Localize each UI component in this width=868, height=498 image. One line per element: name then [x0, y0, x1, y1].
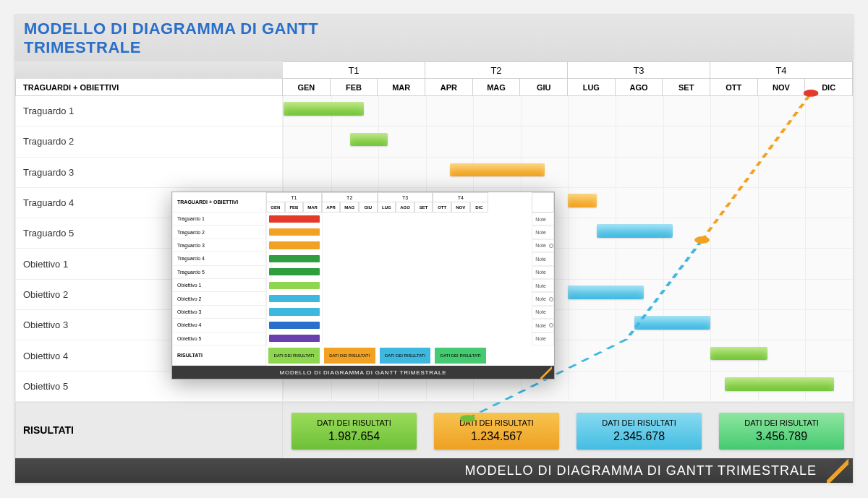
preview-bar	[269, 255, 320, 262]
month-header: GIU	[520, 79, 568, 96]
preview-month-header: MAG	[340, 202, 359, 212]
gantt-bar[interactable]	[284, 102, 364, 116]
month-header: APR	[425, 79, 473, 96]
footer-text: MODELLO DI DIAGRAMMA DI GANTT TRIMESTRAL…	[465, 463, 817, 478]
gantt-template-panel: MODELLO DI DIAGRAMMA DI GANTT TRIMESTRAL…	[14, 14, 854, 484]
result-box[interactable]: DATI DEI RISULTATI3.456.789	[719, 413, 844, 450]
preview-month-header: DIC	[470, 202, 489, 212]
month-header: MAR	[378, 79, 425, 96]
preview-month-header: APR	[322, 202, 341, 212]
gantt-bar[interactable]	[634, 316, 710, 330]
month-header: OTT	[710, 79, 758, 96]
month-header: SET	[663, 79, 710, 96]
gantt-bar[interactable]	[725, 377, 834, 391]
preview-note-cell: Note	[532, 252, 554, 265]
month-header: FEB	[331, 79, 378, 96]
preview-results-label: RISULTATI	[172, 345, 266, 366]
preview-row-label: Obiettivo 5	[172, 332, 266, 345]
preview-row-label: Obiettivo 3	[172, 306, 266, 319]
preview-note-cell: Note	[532, 266, 554, 279]
preview-month-header: LUG	[378, 202, 396, 212]
gantt-bar[interactable]	[597, 224, 673, 238]
gantt-bar[interactable]	[450, 163, 545, 177]
result-box[interactable]: DATI DEI RISULTATI2.345.678	[576, 413, 702, 450]
result-box[interactable]: DATI DEI RISULTATI1.987.654	[292, 413, 417, 450]
quarter-header: T1	[283, 61, 425, 79]
month-header: AGO	[616, 79, 663, 96]
preview-month-header: GIU	[359, 202, 378, 212]
preview-row-label: Traguardo 4	[172, 252, 266, 265]
title-line-2: TRIMESTRALE	[24, 38, 141, 56]
preview-bar	[269, 335, 320, 342]
preview-bar	[269, 322, 320, 329]
month-header: MAG	[473, 79, 521, 96]
preview-inset-panel: TRAGUARDI + OBIETTIVIT1T2T3T4GENFEBMARAP…	[171, 192, 555, 379]
month-header: LUG	[568, 79, 616, 96]
preview-row-label: Traguardo 3	[172, 239, 266, 252]
preview-quarter-header: T2	[322, 192, 378, 202]
preview-result-box: DATI DEI RISULTATI	[380, 348, 431, 364]
preview-note-cell: Note	[532, 292, 554, 305]
preview-note-cell: Note	[532, 306, 554, 319]
radio-icon	[549, 244, 553, 248]
result-value: 2.345.678	[613, 429, 665, 445]
month-header: GEN	[283, 79, 331, 96]
preview-row-label: Traguardo 1	[172, 212, 266, 226]
gantt-bar[interactable]	[710, 347, 767, 361]
results-label: RISULTATI	[15, 402, 283, 458]
preview-row-label: Obiettivo 1	[172, 279, 266, 292]
preview-month-header: OTT	[433, 202, 451, 212]
preview-bar	[269, 295, 320, 302]
preview-note-cell: Note	[532, 226, 554, 239]
task-row-label: Traguardo 3	[15, 158, 283, 188]
quarter-header: T4	[710, 61, 853, 79]
row-header: TRAGUARDI + OBIETTIVI	[15, 79, 283, 96]
radio-icon	[549, 297, 553, 301]
preview-footer: MODELLO DI DIAGRAMMA DI GANTT TRIMESTRAL…	[172, 366, 554, 379]
gantt-bar[interactable]	[568, 194, 596, 207]
result-label: DATI DEI RISULTATI	[459, 418, 533, 429]
preview-bar	[269, 308, 320, 315]
month-header: DIC	[805, 79, 853, 96]
preview-row-label: Obiettivo 2	[172, 292, 266, 305]
preview-bar	[269, 215, 320, 223]
page-title: MODELLO DI DIAGRAMMA DI GANTT TRIMESTRAL…	[24, 20, 844, 57]
preview-month-header: FEB	[285, 202, 304, 212]
preview-row-label: Traguardo 5	[172, 266, 266, 279]
preview-note-cell: Note	[532, 319, 554, 332]
preview-bar	[269, 241, 320, 249]
preview-month-header: MAR	[303, 202, 322, 212]
preview-result-box: DATI DEI RISULTATI	[435, 348, 486, 364]
preview-row-label: Obiettivo 4	[172, 319, 266, 332]
preview-row-header: TRAGUARDI + OBIETTIVI	[172, 192, 266, 212]
quarter-header: T3	[568, 61, 710, 79]
preview-month-header: GEN	[266, 202, 285, 212]
result-value: 1.987.654	[328, 429, 380, 445]
title-bar: MODELLO DI DIAGRAMMA DI GANTT TRIMESTRAL…	[15, 15, 853, 61]
result-value: 3.456.789	[756, 429, 807, 445]
preview-month-header: AGO	[396, 202, 414, 212]
result-value: 1.234.567	[471, 429, 522, 445]
result-label: DATI DEI RISULTATI	[317, 418, 391, 429]
result-label: DATI DEI RISULTATI	[602, 418, 676, 429]
preview-month-header: NOV	[451, 202, 470, 212]
preview-note-cell: Note	[532, 332, 554, 345]
preview-bar	[269, 282, 320, 289]
preview-bar	[269, 228, 320, 236]
task-row-label: Traguardo 1	[15, 96, 283, 126]
gantt-bar[interactable]	[350, 133, 388, 147]
preview-result-box: DATI DEI RISULTATI	[268, 348, 320, 364]
preview-note-cell: Note	[532, 212, 554, 226]
preview-note-cell: Note	[532, 279, 554, 292]
result-box[interactable]: DATI DEI RISULTATI1.234.567	[434, 413, 559, 450]
gantt-bar[interactable]	[568, 286, 644, 299]
preview-quarter-header: T1	[266, 192, 322, 202]
result-label: DATI DEI RISULTATI	[744, 418, 818, 429]
footer-bar: MODELLO DI DIAGRAMMA DI GANTT TRIMESTRAL…	[15, 458, 853, 483]
preview-quarter-header: T4	[433, 192, 488, 202]
title-line-1: MODELLO DI DIAGRAMMA DI GANTT	[24, 20, 318, 38]
preview-bar	[269, 268, 320, 275]
preview-row-label: Traguardo 2	[172, 226, 266, 239]
radio-icon	[549, 323, 553, 327]
quarter-header: T2	[425, 61, 568, 79]
